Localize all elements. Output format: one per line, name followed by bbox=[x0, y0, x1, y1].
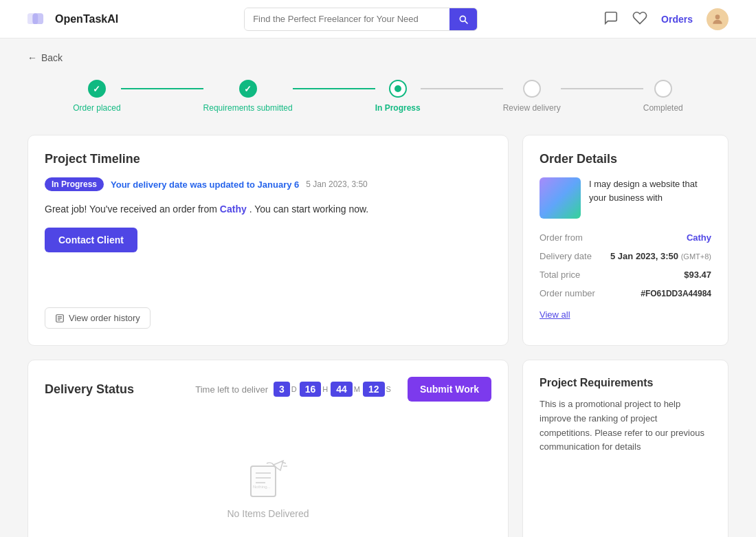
delivery-update-date: 5 Jan 2023, 3:50 bbox=[306, 179, 367, 189]
timer-days: 3 D bbox=[274, 382, 297, 397]
delivery-status-card: Delivery Status Time left to deliver 3 D… bbox=[27, 360, 509, 537]
orders-link[interactable]: Orders bbox=[661, 14, 693, 25]
check-icon-1: ✓ bbox=[93, 84, 100, 94]
contact-client-button[interactable]: Contact Client bbox=[45, 228, 137, 252]
timer-minutes-num: 44 bbox=[331, 382, 353, 397]
order-message: Great job! You've received an order from… bbox=[45, 202, 491, 217]
view-history-label: View order history bbox=[69, 313, 140, 323]
step-circle-requirements: ✓ bbox=[239, 80, 257, 98]
in-progress-badge: In Progress bbox=[45, 177, 104, 191]
order-number-value: #FO61DD3A44984 bbox=[641, 289, 711, 298]
step-label-completed: Completed bbox=[643, 103, 683, 113]
project-requirements-text: This is a promotional project to help im… bbox=[540, 397, 711, 454]
timer-minutes: 44 M bbox=[331, 382, 360, 397]
delivery-update-text: Your delivery date was updated to Januar… bbox=[111, 179, 299, 190]
view-all-link[interactable]: View all bbox=[540, 309, 570, 320]
svg-rect-7 bbox=[251, 466, 276, 496]
step-label-requirements: Requirements submitted bbox=[203, 103, 293, 113]
delivery-header: Delivery Status Time left to deliver 3 D… bbox=[45, 377, 491, 402]
message-suffix: . You can start working now. bbox=[249, 204, 369, 215]
empty-delivery-state: Nothing... No Items Delivered bbox=[45, 418, 491, 537]
header-right: Orders bbox=[603, 8, 729, 30]
empty-delivery-text: No Items Delivered bbox=[227, 508, 309, 519]
order-number-row: Order number #FO61DD3A44984 bbox=[540, 288, 711, 298]
timer-seconds: 12 S bbox=[363, 382, 391, 397]
timer-units: 3 D 16 H 44 M 12 S bbox=[274, 382, 391, 397]
project-requirements-title: Project Requirements bbox=[540, 377, 711, 389]
status-row: In Progress Your delivery date was updat… bbox=[45, 177, 491, 191]
step-in-progress: In Progress bbox=[375, 80, 421, 113]
search-input[interactable] bbox=[245, 8, 449, 30]
order-details-card: Order Details I may design a website tha… bbox=[522, 135, 729, 346]
timer-hours-num: 16 bbox=[300, 382, 322, 397]
message-icon[interactable] bbox=[603, 10, 619, 28]
message-prefix: Great job! You've received an order from bbox=[45, 204, 217, 215]
order-description: I may design a website that your busines… bbox=[589, 177, 711, 219]
step-label-review: Review delivery bbox=[503, 103, 561, 113]
delivery-status-title: Delivery Status bbox=[45, 382, 134, 397]
order-preview: I may design a website that your busines… bbox=[540, 177, 711, 219]
project-timeline-card: Project Timeline In Progress Your delive… bbox=[27, 135, 509, 346]
svg-rect-1 bbox=[33, 14, 43, 23]
timer-hours: 16 H bbox=[300, 382, 329, 397]
step-circle-completed bbox=[654, 80, 672, 98]
flying-paper-icon: Nothing... bbox=[241, 459, 296, 503]
svg-text:Nothing...: Nothing... bbox=[253, 485, 271, 489]
progress-steps: ✓ Order placed ✓ Requirements submitted … bbox=[73, 80, 683, 113]
timer-days-label: D bbox=[291, 385, 297, 393]
check-icon-2: ✓ bbox=[244, 84, 252, 94]
bottom-grid: Delivery Status Time left to deliver 3 D… bbox=[27, 360, 729, 537]
svg-point-2 bbox=[715, 14, 720, 19]
search-bar bbox=[244, 8, 478, 31]
search-button[interactable] bbox=[449, 8, 477, 30]
step-review: Review delivery bbox=[503, 80, 561, 113]
logo[interactable]: OpenTaskAI bbox=[27, 12, 118, 27]
project-requirements-card: Project Requirements This is a promotion… bbox=[522, 360, 729, 537]
step-label-in-progress: In Progress bbox=[375, 103, 421, 113]
order-from-label: Order from bbox=[540, 232, 583, 243]
delivery-date-label: Delivery date bbox=[540, 251, 592, 261]
order-details-title: Order Details bbox=[540, 152, 711, 166]
connector-1 bbox=[121, 88, 203, 89]
total-price-row: Total price $93.47 bbox=[540, 270, 711, 280]
timer-section: Time left to deliver 3 D 16 H 44 M bbox=[195, 377, 491, 402]
back-button[interactable]: Back bbox=[27, 52, 729, 63]
timer-minutes-label: M bbox=[354, 385, 360, 393]
project-timeline-title: Project Timeline bbox=[45, 152, 491, 166]
step-label-order-placed: Order placed bbox=[73, 103, 120, 113]
connector-4 bbox=[561, 88, 643, 89]
order-number-label: Order number bbox=[540, 288, 595, 298]
order-thumbnail bbox=[540, 177, 581, 219]
step-order-placed: ✓ Order placed bbox=[73, 80, 120, 113]
order-from-row: Order from Cathy bbox=[540, 232, 711, 243]
step-circle-in-progress bbox=[389, 80, 407, 98]
back-label: Back bbox=[41, 52, 63, 63]
time-left-label: Time left to deliver bbox=[195, 384, 268, 395]
total-price-value: $93.47 bbox=[684, 270, 711, 280]
connector-3 bbox=[421, 88, 503, 89]
step-circle-order-placed: ✓ bbox=[88, 80, 106, 98]
view-all-row: View all bbox=[540, 307, 711, 320]
timer-hours-label: H bbox=[322, 385, 328, 393]
step-completed: Completed bbox=[643, 80, 683, 113]
order-meta: Order from Cathy Delivery date 5 Jan 202… bbox=[540, 232, 711, 320]
step-circle-review bbox=[523, 80, 541, 98]
top-grid: Project Timeline In Progress Your delive… bbox=[27, 135, 729, 346]
step-requirements: ✓ Requirements submitted bbox=[203, 80, 293, 113]
delivery-date-value: 5 Jan 2023, 3:50 (GMT+8) bbox=[610, 251, 711, 261]
order-from-value: Cathy bbox=[687, 232, 711, 243]
delivery-timezone: (GMT+8) bbox=[681, 252, 711, 261]
progress-bar: ✓ Order placed ✓ Requirements submitted … bbox=[27, 80, 729, 113]
header: OpenTaskAI Orders bbox=[0, 0, 756, 39]
connector-2 bbox=[293, 88, 375, 89]
delivery-date-text: 5 Jan 2023, 3:50 bbox=[610, 251, 678, 261]
timer-seconds-label: S bbox=[386, 385, 391, 393]
timer-seconds-num: 12 bbox=[363, 382, 385, 397]
user-avatar[interactable] bbox=[707, 8, 729, 30]
submit-work-button[interactable]: Submit Work bbox=[408, 377, 491, 402]
logo-text: OpenTaskAI bbox=[55, 13, 118, 25]
timer-days-num: 3 bbox=[274, 382, 290, 397]
delivery-date-row: Delivery date 5 Jan 2023, 3:50 (GMT+8) bbox=[540, 251, 711, 261]
heart-icon[interactable] bbox=[632, 10, 647, 28]
view-order-history-button[interactable]: View order history bbox=[45, 307, 151, 329]
